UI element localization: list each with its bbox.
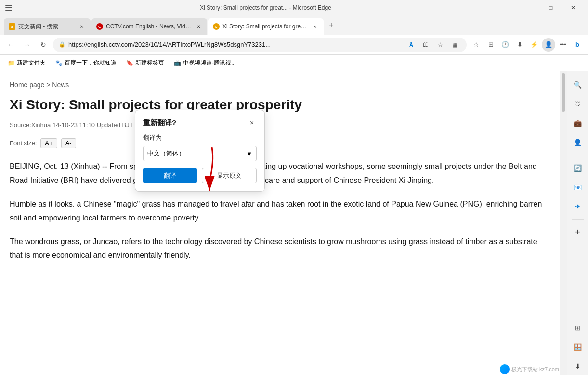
downloads-button[interactable]: ⬇ [513,38,526,52]
collection-button[interactable]: ▦ [448,39,461,51]
sidebar-refresh-button[interactable]: 🔄 [569,159,587,177]
popup-select-chevron: ▼ [246,150,252,157]
add-favorite-button[interactable]: ☆ [470,38,483,52]
article-paragraph-3: The wondrous grass, or Juncao, refers to… [10,235,550,263]
address-bar: ← → ↻ 🔒 https://english.cctv.com/2023/10… [0,35,588,55]
maximize-button[interactable]: □ [540,0,562,15]
translate-confirm-button[interactable]: 翻译 [143,168,197,183]
title-bar: Xi Story: Small projects for great... - … [0,0,588,15]
tab-3[interactable]: C Xi Story: Small projects for great... … [208,18,324,35]
show-original-button[interactable]: 显示原文 [202,168,257,183]
tab-1-title: 英文新闻 - 搜索 [18,23,75,31]
title-bar-left [4,3,13,13]
popup-language-select[interactable]: 中文（简体） ▼ [143,146,257,161]
folder-icon: 📁 [8,60,15,66]
article-meta: Source:Xinhua 14-10-23 11:10 Updated BJT [10,121,550,129]
url-bar[interactable]: 🔒 https://english.cctv.com/2023/10/14/AR… [53,38,467,52]
tab-3-close[interactable]: ✕ [311,23,319,30]
tab-1-favicon: S [9,23,15,30]
baidu-icon: 🐾 [55,60,63,66]
tab-3-title: Xi Story: Small projects for great... [222,23,308,30]
bookmark-baidu[interactable]: 🐾 百度一下，你就知道 [52,57,120,69]
popup-buttons: 翻译 显示原文 [143,168,257,183]
translate-button[interactable]: Ā [405,39,418,51]
favorites-button[interactable]: ☆ [434,39,446,51]
tab-2-favicon: C [96,23,103,30]
popup-translate-label: 翻译为 [143,133,257,142]
article-source: Source:Xinhua [10,121,51,129]
sidebar-grid-button[interactable]: ⊞ [569,319,587,336]
minimize-button[interactable]: ─ [518,0,540,15]
sidebar-window-button[interactable]: 🪟 [569,338,587,356]
bookmark-video-label: 中视频频道-腾讯视... [183,59,236,67]
main-scrollbar[interactable] [560,71,567,375]
reader-mode-button[interactable]: 🕮 [419,39,432,51]
bookmark-folder-label: 新建文件夹 [17,59,46,67]
window-title: Xi Story: Small projects for great... - … [200,4,331,11]
sidebar-briefcase-button[interactable]: 💼 [569,115,587,132]
tab-1[interactable]: S 英文新闻 - 搜索 ✕ [4,18,91,35]
breadcrumb-home[interactable]: Home page [10,81,44,89]
browser-extensions-button[interactable]: ⊞ [484,38,497,52]
url-actions: Ā 🕮 ☆ ▦ [405,39,461,51]
page-content: Home page > News Xi Story: Small project… [0,71,560,375]
forward-button[interactable]: → [20,38,34,52]
watermark: 极光下载站 kz7.com [500,364,559,374]
bing-button[interactable]: b [571,38,584,52]
article-paragraph-2: Humble as it looks, a Chinese "magic" gr… [10,197,550,225]
bookmark-folder[interactable]: 📁 新建文件夹 [4,57,50,69]
scrollbar-thumb[interactable] [562,73,565,112]
sidebar-search-button[interactable]: 🔍 [569,76,587,93]
edge-sidebar: 🔍 🛡 💼 👤 🔄 📧 ✈ + ⊞ 🪟 ⬇ [567,71,588,375]
article-paragraph-1: BEIJING, Oct. 13 (Xinhua) -- From spread… [10,160,550,188]
popup-selected-language: 中文（简体） [147,149,185,158]
breadcrumb-current: News [52,81,69,89]
history-button[interactable]: 🕐 [498,38,512,52]
sidebar-outlook-button[interactable]: 📧 [569,179,587,196]
back-button[interactable]: ← [4,38,17,52]
popup-close-button[interactable]: × [247,118,257,128]
sidebar-profile-button[interactable]: 👤 [569,134,587,151]
lock-icon: 🔒 [59,41,65,48]
sidebar-shield-button[interactable]: 🛡 [569,95,587,113]
bookmark-newtab[interactable]: 🔖 新建标签页 [122,57,168,69]
tab-1-close[interactable]: ✕ [78,23,86,30]
tab-bar: S 英文新闻 - 搜索 ✕ C CCTV.com English - News,… [0,15,588,35]
more-tools-button[interactable]: ••• [556,38,570,52]
bookmark-video[interactable]: 📺 中视频频道-腾讯视... [170,57,240,69]
sidebar-divider-1 [572,155,584,155]
profile-button[interactable]: 👤 [542,38,555,52]
article-body: BEIJING, Oct. 13 (Xinhua) -- From spread… [10,160,550,262]
article-updated: Updated BJT [97,121,133,129]
bookmark-baidu-label: 百度一下，你就知道 [65,59,117,67]
popup-title: 重新翻译? [143,118,176,128]
tab-3-favicon: C [213,23,220,30]
breadcrumb: Home page > News [10,81,550,89]
font-size-controls: Font size: A+ A- [10,138,550,148]
sidebar-add-button[interactable]: + [569,223,587,241]
tab-2-close[interactable]: ✕ [195,23,202,30]
article-title: Xi Story: Small projects for greater pro… [10,96,550,114]
tab-2-title: CCTV.com English - News, Video... [106,23,192,30]
font-size-label: Font size: [10,140,37,147]
sidebar-divider-2 [572,219,584,220]
video-icon: 📺 [174,60,181,66]
sidebar-send-button[interactable]: ✈ [569,198,587,215]
url-text: https://english.cctv.com/2023/10/14/ARTI… [68,41,402,48]
sidebar-download-button[interactable]: ⬇ [569,358,587,375]
font-increase-button[interactable]: A+ [40,138,57,148]
close-button[interactable]: ✕ [562,0,584,15]
new-tab-button[interactable]: + [325,18,338,32]
bookmark-newtab-label: 新建标签页 [135,59,164,67]
bookmarks-bar: 📁 新建文件夹 🐾 百度一下，你就知道 🔖 新建标签页 📺 中视频频道-腾讯视.… [0,55,588,71]
performance-button[interactable]: ⚡ [527,38,541,52]
article-date: 14-10-23 11:10 [52,121,95,129]
window-controls[interactable]: ─ □ ✕ [518,0,584,15]
tab-2[interactable]: C CCTV.com English - News, Video... ✕ [91,18,207,35]
popup-header: 重新翻译? × [143,118,257,128]
font-decrease-button[interactable]: A- [61,138,76,148]
translation-popup: 重新翻译? × 翻译为 中文（简体） ▼ 翻译 显示原文 [135,110,265,192]
newtab-icon: 🔖 [126,60,133,66]
reload-button[interactable]: ↻ [37,38,50,52]
browser-actions: ☆ ⊞ 🕐 ⬇ ⚡ 👤 ••• b [470,38,584,52]
